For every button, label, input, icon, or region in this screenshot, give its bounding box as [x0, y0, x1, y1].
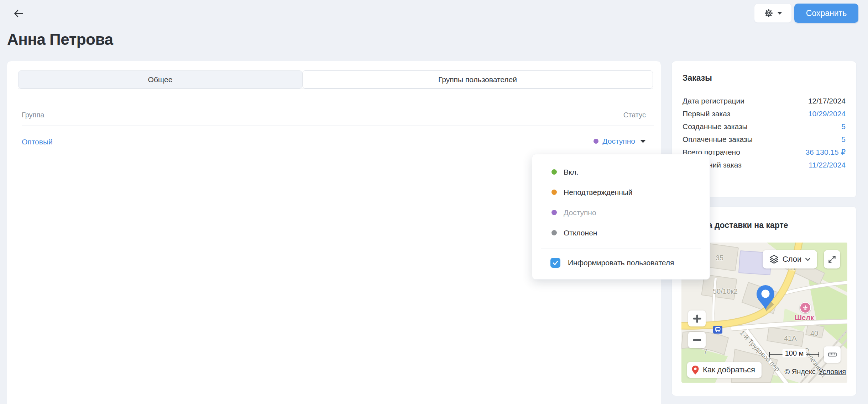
gear-icon	[764, 8, 774, 18]
page-title: Анна Петрова	[7, 31, 113, 48]
map-scale-control: 100 м	[769, 349, 819, 358]
map-fullscreen-button[interactable]	[824, 250, 840, 269]
column-header-group: Группа	[22, 111, 44, 119]
arrow-left-icon	[13, 8, 24, 19]
row-label: Первый заказ	[683, 110, 730, 118]
map-label-35: 35	[716, 254, 723, 262]
status-dot	[594, 139, 598, 144]
map-directions-label: Как добраться	[703, 365, 755, 374]
status-option-available[interactable]: Доступно	[532, 202, 710, 223]
status-dot-gray	[551, 230, 557, 235]
red-pin-icon	[691, 365, 699, 375]
row-label: Оплаченные заказы	[683, 135, 753, 144]
tab-bar: Общее Группы пользователей	[18, 70, 653, 89]
location-pin-icon	[755, 285, 777, 314]
map-zoom-out-button[interactable]	[688, 332, 706, 348]
row-value-link[interactable]: 5	[841, 122, 846, 131]
tab-general[interactable]: Общее	[18, 70, 302, 89]
status-dot-purple	[551, 210, 557, 215]
notify-user-checkbox[interactable]	[550, 258, 560, 268]
table-header-divider	[22, 126, 654, 126]
map-label-40: 40	[810, 329, 818, 337]
map-terms-link[interactable]: Условия	[819, 368, 846, 376]
expand-icon	[828, 255, 836, 264]
row-value: 12/17/2024	[808, 97, 846, 105]
status-dot-orange	[551, 190, 557, 195]
notify-user-row[interactable]: Информировать пользователя	[550, 258, 674, 268]
status-options: Вкл. Неподтвержденный Доступно Отклонен	[532, 162, 710, 243]
map-layers-label: Слои	[783, 255, 802, 264]
orders-card-title: Заказы	[683, 73, 712, 83]
map-scale-label: 100 м	[783, 349, 806, 357]
map-attribution: © Яндекс Условия	[784, 368, 846, 376]
ruler-icon	[828, 350, 837, 359]
orders-row: Дата регистрации12/17/2024	[683, 95, 846, 107]
status-option-label: Доступно	[564, 208, 596, 217]
map-label-41a: 41А	[784, 334, 797, 342]
map-zoom-in-button[interactable]	[688, 310, 706, 326]
row-value-link[interactable]: 10/29/2024	[808, 110, 846, 118]
status-option-unconfirmed[interactable]: Неподтвержденный	[532, 182, 710, 202]
status-dropdown-trigger[interactable]: Доступно	[594, 137, 646, 145]
row-label: Созданные заказы	[683, 122, 748, 131]
orders-row: Оплаченные заказы5	[683, 133, 846, 146]
lotus-icon	[802, 304, 809, 311]
map-label-50-10k2: 50/10к2	[713, 287, 738, 296]
status-option-label: Неподтвержденный	[564, 188, 633, 197]
status-label: Доступно	[602, 137, 635, 145]
chevron-down-icon	[777, 12, 782, 15]
row-value-link[interactable]: 36 130.15 ₽	[805, 148, 846, 156]
status-option-declined[interactable]: Отклонен	[532, 223, 710, 243]
row-divider	[22, 151, 654, 151]
back-button[interactable]	[11, 6, 26, 21]
status-option-label: Отклонен	[564, 229, 597, 237]
map-copyright: © Яндекс	[784, 368, 816, 376]
group-link-wholesale[interactable]: Оптовый	[22, 138, 53, 146]
transit-stop-icon	[713, 326, 722, 334]
row-value-link[interactable]: 11/22/2024	[809, 161, 846, 169]
row-label: Дата регистрации	[683, 97, 744, 105]
status-dropdown-menu: Вкл. Неподтвержденный Доступно Отклонен …	[532, 154, 710, 280]
orders-row: Первый заказ10/29/2024	[683, 107, 846, 120]
status-option-label: Вкл.	[564, 168, 579, 176]
column-header-status: Статус	[623, 111, 646, 119]
orders-row: Созданные заказы5	[683, 120, 846, 133]
dropdown-divider	[541, 249, 701, 249]
tab-user-groups[interactable]: Группы пользователей	[302, 70, 653, 89]
caret-down-icon	[640, 140, 646, 143]
minus-icon	[693, 336, 701, 344]
settings-button[interactable]	[754, 4, 792, 23]
row-value-link[interactable]: 5	[841, 135, 846, 144]
plus-icon	[693, 314, 701, 323]
notify-user-label: Информировать пользователя	[568, 259, 674, 267]
map-label-7: 7	[704, 347, 707, 356]
poi-shelk-icon[interactable]	[800, 302, 811, 313]
poi-shelk-label: Шелк	[795, 314, 814, 322]
save-button[interactable]: Сохранить	[794, 4, 858, 23]
status-option-on[interactable]: Вкл.	[532, 162, 710, 182]
chevron-down-icon	[805, 257, 811, 261]
map-layers-button[interactable]: Слои	[763, 250, 817, 269]
check-icon	[552, 259, 559, 266]
layers-icon	[769, 254, 779, 264]
map-ruler-button[interactable]	[824, 346, 841, 363]
map-directions-button[interactable]: Как добраться	[687, 362, 762, 378]
status-dot-green	[551, 169, 557, 175]
